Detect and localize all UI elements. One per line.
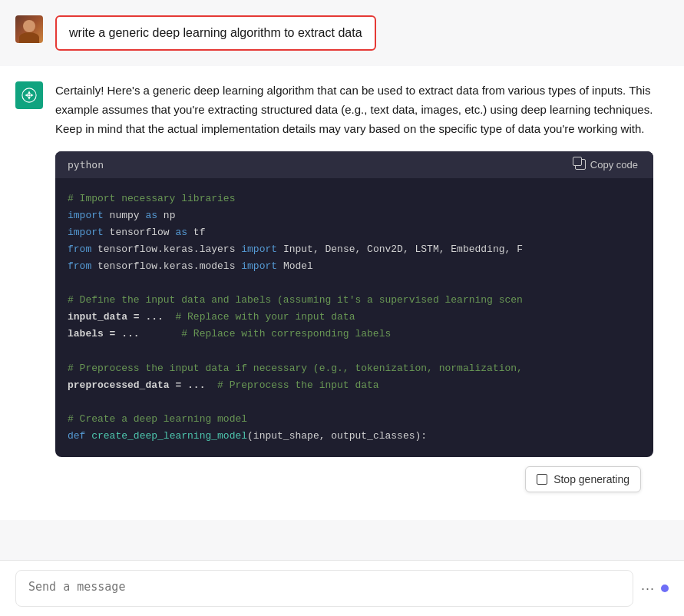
code-line-10: preprocessed_data = ... # Preprocess the… <box>68 377 641 394</box>
copy-label: Copy code <box>590 159 638 171</box>
stop-generating-button[interactable]: Stop generating <box>525 466 641 492</box>
assistant-avatar <box>15 81 43 109</box>
code-line-4: from tensorflow.keras.layers import Inpu… <box>68 241 641 258</box>
user-avatar <box>15 15 43 43</box>
stop-btn-container: Stop generating <box>55 460 653 505</box>
chat-container: write a generic deep learning algorithm … <box>0 0 684 616</box>
input-actions: ··· <box>641 581 669 597</box>
copy-icon <box>575 159 586 170</box>
copy-code-button[interactable]: Copy code <box>572 157 641 172</box>
message-input[interactable] <box>15 570 633 607</box>
assistant-intro-text: Certainly! Here's a generic deep learnin… <box>55 81 653 138</box>
code-block-header: python Copy code <box>55 151 653 178</box>
code-line-12: def create_deep_learning_model(input_sha… <box>68 428 641 445</box>
code-line-blank-2 <box>68 343 641 359</box>
code-line-8: labels = ... # Replace with correspondin… <box>68 326 641 343</box>
more-options-icon[interactable]: ··· <box>641 581 655 597</box>
user-message-text: write a generic deep learning algorithm … <box>69 26 362 39</box>
user-message-box: write a generic deep learning algorithm … <box>55 15 376 51</box>
gpt-logo-icon <box>21 87 38 104</box>
code-line-2: import numpy as np <box>68 207 641 224</box>
stop-icon <box>537 474 547 485</box>
code-line-11: # Create a deep learning model <box>68 411 641 428</box>
code-line-3: import tensorflow as tf <box>68 224 641 241</box>
assistant-message-row: Certainly! Here's a generic deep learnin… <box>0 66 684 520</box>
svg-point-0 <box>28 94 30 97</box>
code-lang-label: python <box>68 159 104 171</box>
send-button[interactable] <box>661 585 669 592</box>
code-line-5: from tensorflow.keras.models import Mode… <box>68 258 641 275</box>
code-line-1: # Import necessary libraries <box>68 190 641 207</box>
code-line-6: # Define the input data and labels (assu… <box>68 292 641 309</box>
input-bar: ··· <box>0 560 684 616</box>
code-body: # Import necessary libraries import nump… <box>55 178 653 457</box>
code-line-blank-1 <box>68 275 641 292</box>
stop-label: Stop generating <box>553 473 629 485</box>
code-line-blank-3 <box>68 394 641 411</box>
assistant-content: Certainly! Here's a generic deep learnin… <box>55 81 653 505</box>
code-line-7: input_data = ... # Replace with your inp… <box>68 309 641 326</box>
code-block: python Copy code # Import necessary libr… <box>55 151 653 457</box>
user-message-row: write a generic deep learning algorithm … <box>0 0 684 66</box>
code-line-9: # Preprocess the input data if necessary… <box>68 360 641 377</box>
